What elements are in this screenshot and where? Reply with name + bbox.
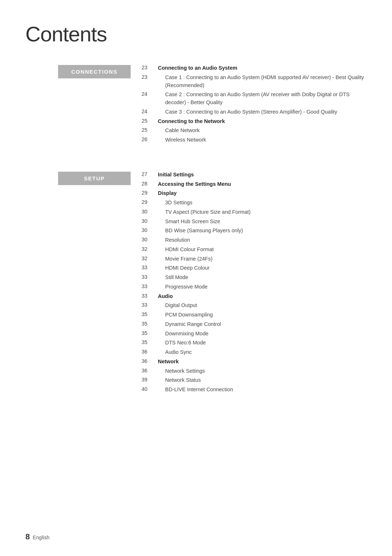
toc-text: DTS Neo:6 Mode xyxy=(158,339,206,347)
toc-entry-setup-5: 30Smart Hub Screen Size xyxy=(142,218,367,226)
toc-entry-setup-16: 35Dynamic Range Control xyxy=(142,320,367,328)
toc-entry-setup-0: 27Initial Settings xyxy=(142,171,367,179)
toc-page-number: 33 xyxy=(142,302,158,308)
toc-page-number: 33 xyxy=(142,283,158,289)
toc-text: Initial Settings xyxy=(158,171,194,179)
toc-page-number: 33 xyxy=(142,264,158,270)
toc-entry-connections-0: 23Connecting to an Audio System xyxy=(142,64,367,72)
toc-entry-connections-5: 25Cable Network xyxy=(142,127,367,135)
toc-entry-setup-23: 40BD-LIVE Internet Connection xyxy=(142,386,367,394)
toc-text: Resolution xyxy=(158,236,190,244)
footer-page-number: 8 xyxy=(25,532,30,541)
toc-text: Network Settings xyxy=(158,367,205,375)
toc-text: Display xyxy=(158,189,177,197)
toc-text: Network Status xyxy=(158,376,201,384)
toc-entry-setup-8: 32HDMI Colour Format xyxy=(142,246,367,254)
toc-entry-setup-10: 33HDMI Deep Colour xyxy=(142,264,367,272)
toc-page-number: 26 xyxy=(142,136,158,142)
toc-entry-setup-12: 33Progressive Mode xyxy=(142,283,367,291)
section-label-col-setup: SETUP xyxy=(25,171,142,395)
toc-text: Case 3 : Connecting to an Audio System (… xyxy=(158,108,337,116)
section-label-col-connections: CONNECTIONS xyxy=(25,64,142,146)
toc-text: Network xyxy=(158,358,179,366)
footer-language: English xyxy=(33,535,49,540)
toc-text: Case 1 : Connecting to an Audio System (… xyxy=(158,74,367,90)
toc-entry-connections-6: 26Wireless Network xyxy=(142,136,367,144)
footer: 8 English xyxy=(25,532,49,541)
toc-text: Smart Hub Screen Size xyxy=(158,218,220,226)
section-label-setup: SETUP xyxy=(58,172,131,185)
toc-page-number: 30 xyxy=(142,227,158,233)
toc-entry-setup-6: 30BD Wise (Samsung Players only) xyxy=(142,227,367,235)
toc-page-number: 32 xyxy=(142,246,158,252)
toc-entry-setup-3: 293D Settings xyxy=(142,199,367,207)
toc-entry-setup-22: 39Network Status xyxy=(142,376,367,384)
toc-page-number: 32 xyxy=(142,255,158,261)
toc-page-number: 39 xyxy=(142,376,158,383)
toc-entry-setup-15: 35PCM Downsampling xyxy=(142,311,367,319)
toc-entry-connections-2: 24Case 2 : Connecting to an Audio System… xyxy=(142,91,367,107)
toc-entry-setup-20: 36Network xyxy=(142,358,367,366)
toc-text: Progressive Mode xyxy=(158,283,208,291)
toc-page-number: 35 xyxy=(142,320,158,327)
toc-entry-setup-11: 33Still Mode xyxy=(142,274,367,282)
toc-entry-setup-7: 30Resolution xyxy=(142,236,367,244)
section-content-setup: 27Initial Settings28Accessing the Settin… xyxy=(142,171,367,395)
toc-entry-connections-1: 23Case 1 : Connecting to an Audio System… xyxy=(142,74,367,90)
page-container: Contents CONNECTIONS23Connecting to an A… xyxy=(0,0,392,432)
toc-text: Digital Output xyxy=(158,302,197,310)
toc-page-number: 35 xyxy=(142,311,158,317)
toc-page-number: 23 xyxy=(142,64,158,70)
toc-page-number: 28 xyxy=(142,180,158,187)
toc-entry-setup-21: 36Network Settings xyxy=(142,367,367,375)
toc-text: HDMI Deep Colour xyxy=(158,264,210,272)
toc-entry-setup-9: 32Movie Frame (24Fs) xyxy=(142,255,367,263)
toc-text: 3D Settings xyxy=(158,199,192,207)
toc-page-number: 36 xyxy=(142,367,158,373)
toc-page-number: 36 xyxy=(142,358,158,364)
toc-text: Case 2 : Connecting to an Audio System (… xyxy=(158,91,367,107)
toc-page-number: 25 xyxy=(142,118,158,124)
toc-text: PCM Downsampling xyxy=(158,311,213,319)
toc-text: HDMI Colour Format xyxy=(158,246,214,254)
toc-entry-setup-19: 36Audio Sync xyxy=(142,348,367,356)
toc-page-number: 25 xyxy=(142,127,158,133)
section-label-connections: CONNECTIONS xyxy=(58,65,131,78)
toc-page-number: 29 xyxy=(142,199,158,205)
sections-container: CONNECTIONS23Connecting to an Audio Syst… xyxy=(25,64,367,395)
toc-entry-setup-17: 35Downmixing Mode xyxy=(142,330,367,338)
section-content-connections: 23Connecting to an Audio System23Case 1 … xyxy=(142,64,367,146)
toc-entry-setup-13: 33Audio xyxy=(142,293,367,301)
toc-text: BD-LIVE Internet Connection xyxy=(158,386,233,394)
toc-text: Movie Frame (24Fs) xyxy=(158,255,213,263)
page-title: Contents xyxy=(25,22,367,46)
toc-text: Dynamic Range Control xyxy=(158,320,221,328)
toc-page-number: 23 xyxy=(142,74,158,80)
toc-entry-setup-2: 29Display xyxy=(142,189,367,197)
toc-page-number: 24 xyxy=(142,108,158,114)
toc-page-number: 30 xyxy=(142,218,158,224)
toc-text: Cable Network xyxy=(158,127,200,135)
toc-page-number: 27 xyxy=(142,171,158,177)
toc-text: BD Wise (Samsung Players only) xyxy=(158,227,243,235)
toc-page-number: 36 xyxy=(142,348,158,355)
toc-page-number: 35 xyxy=(142,339,158,345)
toc-text: Connecting to the Network xyxy=(158,118,225,126)
toc-entry-setup-14: 33Digital Output xyxy=(142,302,367,310)
toc-entry-setup-1: 28Accessing the Settings Menu xyxy=(142,180,367,188)
toc-text: Audio Sync xyxy=(158,348,192,356)
toc-page-number: 30 xyxy=(142,208,158,214)
toc-page-number: 29 xyxy=(142,189,158,196)
toc-entry-setup-18: 35DTS Neo:6 Mode xyxy=(142,339,367,347)
toc-page-number: 30 xyxy=(142,236,158,242)
toc-entry-setup-4: 30TV Aspect (Picture Size and Format) xyxy=(142,208,367,216)
toc-text: Audio xyxy=(158,293,173,301)
toc-text: Wireless Network xyxy=(158,136,206,144)
toc-entry-connections-4: 25Connecting to the Network xyxy=(142,118,367,126)
section-setup: SETUP27Initial Settings28Accessing the S… xyxy=(25,171,367,395)
toc-page-number: 33 xyxy=(142,293,158,299)
toc-text: TV Aspect (Picture Size and Format) xyxy=(158,208,250,216)
section-connections: CONNECTIONS23Connecting to an Audio Syst… xyxy=(25,64,367,146)
toc-text: Connecting to an Audio System xyxy=(158,64,237,72)
toc-page-number: 35 xyxy=(142,330,158,336)
